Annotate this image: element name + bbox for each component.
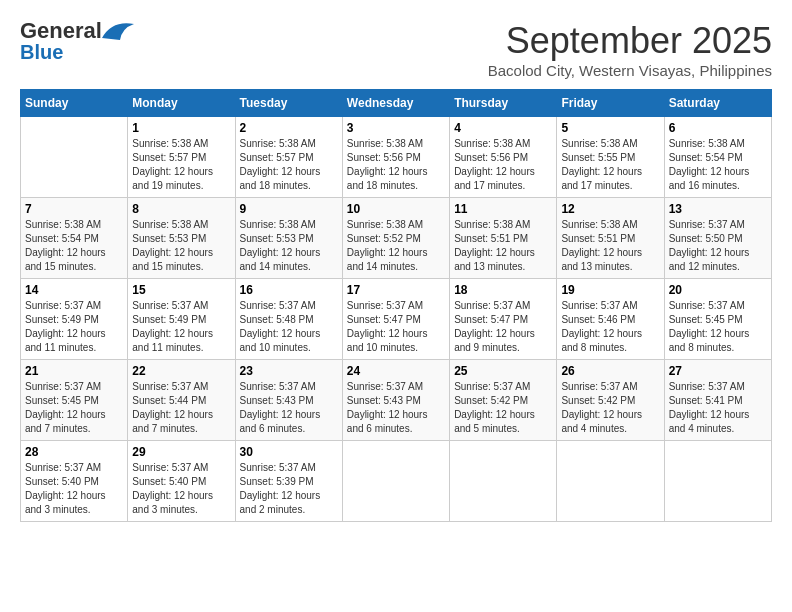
day-number: 24 bbox=[347, 364, 445, 378]
day-cell: 2Sunrise: 5:38 AM Sunset: 5:57 PM Daylig… bbox=[235, 117, 342, 198]
logo-text: General bbox=[20, 20, 102, 42]
day-info: Sunrise: 5:38 AM Sunset: 5:53 PM Dayligh… bbox=[132, 218, 230, 274]
day-number: 10 bbox=[347, 202, 445, 216]
day-number: 20 bbox=[669, 283, 767, 297]
day-number: 13 bbox=[669, 202, 767, 216]
day-cell: 1Sunrise: 5:38 AM Sunset: 5:57 PM Daylig… bbox=[128, 117, 235, 198]
day-cell: 20Sunrise: 5:37 AM Sunset: 5:45 PM Dayli… bbox=[664, 279, 771, 360]
day-info: Sunrise: 5:37 AM Sunset: 5:49 PM Dayligh… bbox=[25, 299, 123, 355]
day-info: Sunrise: 5:38 AM Sunset: 5:56 PM Dayligh… bbox=[454, 137, 552, 193]
week-row-1: 1Sunrise: 5:38 AM Sunset: 5:57 PM Daylig… bbox=[21, 117, 772, 198]
day-number: 27 bbox=[669, 364, 767, 378]
logo-wing-icon bbox=[102, 20, 134, 42]
day-cell: 17Sunrise: 5:37 AM Sunset: 5:47 PM Dayli… bbox=[342, 279, 449, 360]
weekday-header-saturday: Saturday bbox=[664, 90, 771, 117]
title-block: September 2025 Bacolod City, Western Vis… bbox=[488, 20, 772, 79]
day-number: 11 bbox=[454, 202, 552, 216]
day-number: 6 bbox=[669, 121, 767, 135]
day-info: Sunrise: 5:37 AM Sunset: 5:44 PM Dayligh… bbox=[132, 380, 230, 436]
logo-blue: Blue bbox=[20, 42, 63, 62]
logo: General Blue bbox=[20, 20, 134, 62]
weekday-header-tuesday: Tuesday bbox=[235, 90, 342, 117]
weekday-header-monday: Monday bbox=[128, 90, 235, 117]
day-cell: 25Sunrise: 5:37 AM Sunset: 5:42 PM Dayli… bbox=[450, 360, 557, 441]
weekday-header-wednesday: Wednesday bbox=[342, 90, 449, 117]
day-cell: 22Sunrise: 5:37 AM Sunset: 5:44 PM Dayli… bbox=[128, 360, 235, 441]
logo-general: General bbox=[20, 18, 102, 43]
day-number: 26 bbox=[561, 364, 659, 378]
day-cell: 23Sunrise: 5:37 AM Sunset: 5:43 PM Dayli… bbox=[235, 360, 342, 441]
day-info: Sunrise: 5:37 AM Sunset: 5:42 PM Dayligh… bbox=[454, 380, 552, 436]
day-cell: 4Sunrise: 5:38 AM Sunset: 5:56 PM Daylig… bbox=[450, 117, 557, 198]
month-title: September 2025 bbox=[488, 20, 772, 62]
day-number: 30 bbox=[240, 445, 338, 459]
day-info: Sunrise: 5:38 AM Sunset: 5:57 PM Dayligh… bbox=[240, 137, 338, 193]
day-info: Sunrise: 5:37 AM Sunset: 5:39 PM Dayligh… bbox=[240, 461, 338, 517]
day-info: Sunrise: 5:38 AM Sunset: 5:56 PM Dayligh… bbox=[347, 137, 445, 193]
day-info: Sunrise: 5:38 AM Sunset: 5:54 PM Dayligh… bbox=[25, 218, 123, 274]
day-info: Sunrise: 5:37 AM Sunset: 5:40 PM Dayligh… bbox=[132, 461, 230, 517]
weekday-header-row: SundayMondayTuesdayWednesdayThursdayFrid… bbox=[21, 90, 772, 117]
day-cell: 7Sunrise: 5:38 AM Sunset: 5:54 PM Daylig… bbox=[21, 198, 128, 279]
day-cell: 26Sunrise: 5:37 AM Sunset: 5:42 PM Dayli… bbox=[557, 360, 664, 441]
day-info: Sunrise: 5:38 AM Sunset: 5:53 PM Dayligh… bbox=[240, 218, 338, 274]
location-text: Bacolod City, Western Visayas, Philippin… bbox=[488, 62, 772, 79]
day-cell bbox=[21, 117, 128, 198]
page-header: General Blue September 2025 Bacolod City… bbox=[20, 20, 772, 79]
day-info: Sunrise: 5:37 AM Sunset: 5:49 PM Dayligh… bbox=[132, 299, 230, 355]
day-number: 17 bbox=[347, 283, 445, 297]
day-info: Sunrise: 5:38 AM Sunset: 5:57 PM Dayligh… bbox=[132, 137, 230, 193]
day-cell: 29Sunrise: 5:37 AM Sunset: 5:40 PM Dayli… bbox=[128, 441, 235, 522]
day-info: Sunrise: 5:37 AM Sunset: 5:40 PM Dayligh… bbox=[25, 461, 123, 517]
day-cell: 30Sunrise: 5:37 AM Sunset: 5:39 PM Dayli… bbox=[235, 441, 342, 522]
week-row-4: 21Sunrise: 5:37 AM Sunset: 5:45 PM Dayli… bbox=[21, 360, 772, 441]
day-info: Sunrise: 5:37 AM Sunset: 5:42 PM Dayligh… bbox=[561, 380, 659, 436]
day-cell: 19Sunrise: 5:37 AM Sunset: 5:46 PM Dayli… bbox=[557, 279, 664, 360]
day-info: Sunrise: 5:38 AM Sunset: 5:51 PM Dayligh… bbox=[454, 218, 552, 274]
day-cell: 8Sunrise: 5:38 AM Sunset: 5:53 PM Daylig… bbox=[128, 198, 235, 279]
day-number: 7 bbox=[25, 202, 123, 216]
day-number: 15 bbox=[132, 283, 230, 297]
day-cell bbox=[342, 441, 449, 522]
day-cell: 28Sunrise: 5:37 AM Sunset: 5:40 PM Dayli… bbox=[21, 441, 128, 522]
day-number: 14 bbox=[25, 283, 123, 297]
day-info: Sunrise: 5:37 AM Sunset: 5:48 PM Dayligh… bbox=[240, 299, 338, 355]
day-info: Sunrise: 5:38 AM Sunset: 5:52 PM Dayligh… bbox=[347, 218, 445, 274]
day-cell: 13Sunrise: 5:37 AM Sunset: 5:50 PM Dayli… bbox=[664, 198, 771, 279]
day-info: Sunrise: 5:37 AM Sunset: 5:47 PM Dayligh… bbox=[454, 299, 552, 355]
day-cell: 11Sunrise: 5:38 AM Sunset: 5:51 PM Dayli… bbox=[450, 198, 557, 279]
weekday-header-friday: Friday bbox=[557, 90, 664, 117]
day-info: Sunrise: 5:37 AM Sunset: 5:41 PM Dayligh… bbox=[669, 380, 767, 436]
day-number: 2 bbox=[240, 121, 338, 135]
day-cell bbox=[664, 441, 771, 522]
day-info: Sunrise: 5:38 AM Sunset: 5:55 PM Dayligh… bbox=[561, 137, 659, 193]
day-cell: 27Sunrise: 5:37 AM Sunset: 5:41 PM Dayli… bbox=[664, 360, 771, 441]
day-cell: 6Sunrise: 5:38 AM Sunset: 5:54 PM Daylig… bbox=[664, 117, 771, 198]
day-info: Sunrise: 5:38 AM Sunset: 5:54 PM Dayligh… bbox=[669, 137, 767, 193]
day-number: 12 bbox=[561, 202, 659, 216]
day-info: Sunrise: 5:37 AM Sunset: 5:47 PM Dayligh… bbox=[347, 299, 445, 355]
day-cell: 21Sunrise: 5:37 AM Sunset: 5:45 PM Dayli… bbox=[21, 360, 128, 441]
day-info: Sunrise: 5:37 AM Sunset: 5:45 PM Dayligh… bbox=[25, 380, 123, 436]
day-cell bbox=[450, 441, 557, 522]
day-info: Sunrise: 5:37 AM Sunset: 5:45 PM Dayligh… bbox=[669, 299, 767, 355]
day-cell: 10Sunrise: 5:38 AM Sunset: 5:52 PM Dayli… bbox=[342, 198, 449, 279]
calendar-table: SundayMondayTuesdayWednesdayThursdayFrid… bbox=[20, 89, 772, 522]
day-number: 22 bbox=[132, 364, 230, 378]
day-info: Sunrise: 5:37 AM Sunset: 5:43 PM Dayligh… bbox=[347, 380, 445, 436]
day-number: 18 bbox=[454, 283, 552, 297]
day-cell: 24Sunrise: 5:37 AM Sunset: 5:43 PM Dayli… bbox=[342, 360, 449, 441]
day-info: Sunrise: 5:38 AM Sunset: 5:51 PM Dayligh… bbox=[561, 218, 659, 274]
day-cell: 14Sunrise: 5:37 AM Sunset: 5:49 PM Dayli… bbox=[21, 279, 128, 360]
day-number: 1 bbox=[132, 121, 230, 135]
week-row-5: 28Sunrise: 5:37 AM Sunset: 5:40 PM Dayli… bbox=[21, 441, 772, 522]
day-number: 19 bbox=[561, 283, 659, 297]
weekday-header-thursday: Thursday bbox=[450, 90, 557, 117]
day-cell: 18Sunrise: 5:37 AM Sunset: 5:47 PM Dayli… bbox=[450, 279, 557, 360]
week-row-3: 14Sunrise: 5:37 AM Sunset: 5:49 PM Dayli… bbox=[21, 279, 772, 360]
day-cell: 16Sunrise: 5:37 AM Sunset: 5:48 PM Dayli… bbox=[235, 279, 342, 360]
week-row-2: 7Sunrise: 5:38 AM Sunset: 5:54 PM Daylig… bbox=[21, 198, 772, 279]
day-info: Sunrise: 5:37 AM Sunset: 5:50 PM Dayligh… bbox=[669, 218, 767, 274]
day-cell: 9Sunrise: 5:38 AM Sunset: 5:53 PM Daylig… bbox=[235, 198, 342, 279]
day-cell: 15Sunrise: 5:37 AM Sunset: 5:49 PM Dayli… bbox=[128, 279, 235, 360]
